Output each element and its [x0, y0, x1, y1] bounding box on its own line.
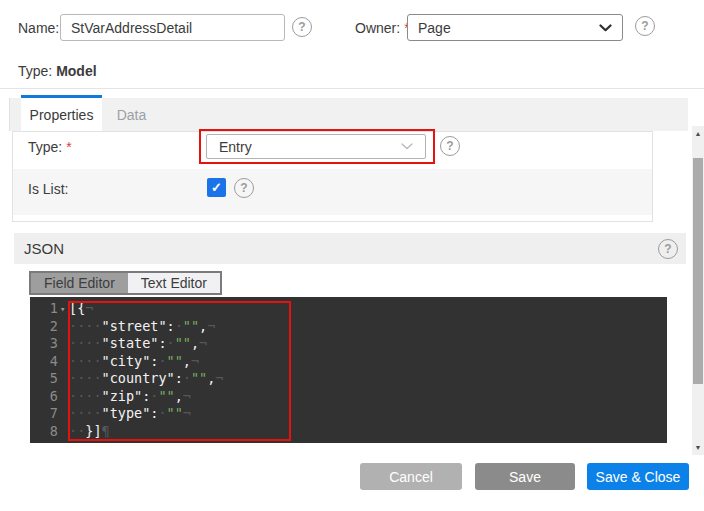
field-editor-tab-label: Field Editor: [44, 275, 115, 291]
code-line-content: ····"state":·"",¬: [69, 335, 207, 353]
owner-label: Owner:*: [355, 20, 410, 36]
text-editor-tab[interactable]: Text Editor: [128, 273, 220, 293]
type-select[interactable]: Entry: [206, 134, 426, 159]
code-lines: 1▾[{¬2····"street":·"",¬3····"state":·""…: [30, 300, 667, 440]
variable-editor-dialog: Name:* ? Owner:* Page ? Type: Model Prop…: [0, 0, 704, 511]
cancel-button[interactable]: Cancel: [360, 463, 462, 490]
help-icon-owner[interactable]: ?: [635, 16, 655, 36]
type-static-value: Model: [56, 63, 96, 79]
section-divider: [0, 88, 704, 89]
code-line: 3····"state":·"",¬: [30, 335, 667, 353]
json-section-title: JSON: [24, 240, 64, 257]
field-editor-tab[interactable]: Field Editor: [31, 273, 128, 293]
code-line: 8··}]¶: [30, 423, 667, 441]
owner-select[interactable]: Page: [407, 14, 623, 41]
scrollbar-down-arrow-icon[interactable]: ▼: [695, 444, 702, 451]
editor-mode-toggle: Field Editor Text Editor: [29, 271, 222, 295]
required-asterisk: *: [66, 139, 71, 155]
code-line-content: ··}]¶: [69, 423, 110, 441]
line-number: 6: [30, 388, 58, 406]
line-number: 2: [30, 318, 58, 336]
code-line: 4····"city":·"",¬: [30, 353, 667, 371]
tab-properties-label: Properties: [30, 107, 94, 123]
is-list-label: Is List:: [28, 181, 68, 197]
help-icon-name[interactable]: ?: [292, 17, 312, 37]
is-list-checkbox[interactable]: ✓: [207, 178, 226, 197]
help-icon-is-list[interactable]: ?: [234, 178, 254, 198]
type-model-line: Type: Model: [18, 63, 97, 79]
is-list-row-stripe: [13, 169, 652, 215]
code-line-content: ····"street":·"",¬: [69, 318, 215, 336]
fold-arrow-icon[interactable]: ▾: [60, 301, 65, 319]
tab-properties[interactable]: Properties: [21, 95, 102, 131]
code-line-content: [{¬: [69, 300, 93, 318]
owner-label-text: Owner:: [355, 20, 400, 36]
help-icon-type[interactable]: ?: [440, 136, 460, 156]
owner-select-value: Page: [418, 20, 451, 36]
type-field-label-text: Type:: [28, 139, 62, 155]
type-field-label: Type:*: [28, 139, 72, 155]
code-line-content: ····"zip":·"",¬: [69, 388, 191, 406]
type-static-label: Type:: [18, 63, 52, 79]
save-button[interactable]: Save: [475, 463, 575, 490]
json-code-editor[interactable]: 1▾[{¬2····"street":·"",¬3····"state":·""…: [30, 297, 667, 443]
line-number: 3: [30, 335, 58, 353]
tab-data-label: Data: [117, 107, 147, 123]
help-icon-json[interactable]: ?: [658, 239, 678, 259]
code-line: 7····"type":·""¬: [30, 405, 667, 423]
scrollbar-thumb[interactable]: [693, 158, 703, 384]
code-line: 5····"country":·"",¬: [30, 370, 667, 388]
code-line-content: ····"country":·"",¬: [69, 370, 223, 388]
scrollbar-up-arrow-icon[interactable]: ▲: [695, 130, 702, 137]
line-number: 4: [30, 353, 58, 371]
json-section-header: JSON: [14, 233, 686, 264]
tab-data[interactable]: Data: [103, 98, 160, 131]
type-select-value: Entry: [219, 139, 252, 155]
name-label-text: Name:: [18, 20, 59, 36]
save-close-button[interactable]: Save & Close: [587, 463, 689, 490]
line-number: 5: [30, 370, 58, 388]
line-number: 1▾: [30, 300, 58, 318]
chevron-down-icon: [599, 24, 612, 32]
code-line-content: ····"type":·""¬: [69, 405, 191, 423]
vertical-scrollbar[interactable]: ▲ ▼: [692, 126, 704, 455]
line-number: 8: [30, 423, 58, 441]
line-number: 7: [30, 405, 58, 423]
name-input[interactable]: [60, 14, 285, 41]
chevron-down-icon: [401, 143, 413, 150]
code-line: 2····"street":·"",¬: [30, 318, 667, 336]
code-line: 1▾[{¬: [30, 300, 667, 318]
code-line-content: ····"city":·"",¬: [69, 353, 199, 371]
code-line: 6····"zip":·"",¬: [30, 388, 667, 406]
text-editor-tab-label: Text Editor: [141, 275, 207, 291]
checkmark-icon: ✓: [211, 180, 222, 195]
